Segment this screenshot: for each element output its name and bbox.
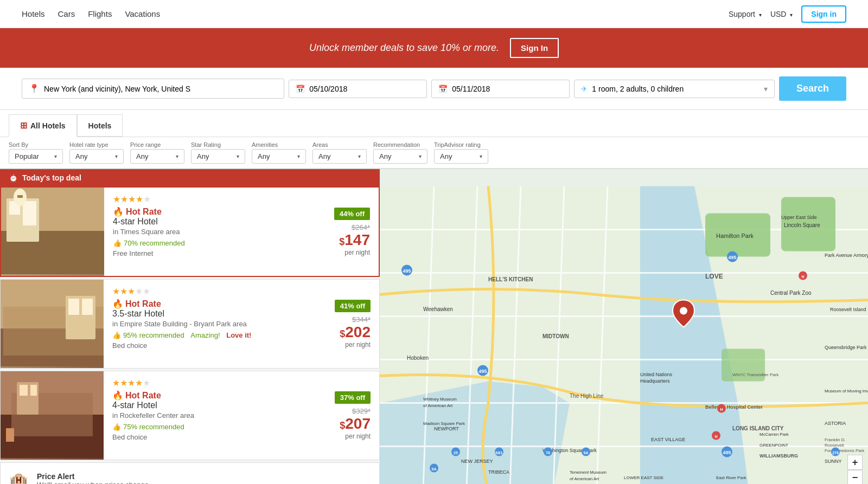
hotel-tabs: ⊞ All Hotels Hotels <box>0 110 868 137</box>
svg-point-101 <box>680 307 687 315</box>
svg-rect-18 <box>30 385 37 396</box>
svg-text:ASTORIA: ASTORIA <box>825 421 846 426</box>
svg-text:H: H <box>714 435 717 438</box>
svg-text:78: 78 <box>546 451 550 455</box>
hotel-category-3: 4-star Hotel <box>112 401 157 410</box>
sort-by-value: Popular <box>15 152 39 160</box>
svg-text:GREENPOINT: GREENPOINT <box>760 443 788 448</box>
check-out-input[interactable] <box>452 85 563 93</box>
nav-vacations[interactable]: Vacations <box>125 9 160 18</box>
clock-icon: ⏰ <box>9 173 18 182</box>
zoom-out-button[interactable]: − <box>847 470 863 484</box>
location-input[interactable] <box>44 85 277 93</box>
top-nav: Hotels Cars Flights Vacations Support ▾ … <box>0 0 868 28</box>
amenities-value: Any <box>258 152 270 160</box>
svg-text:LOVE: LOVE <box>705 273 723 280</box>
rooms-caret: ▾ <box>764 85 768 93</box>
current-price-2: $202 <box>340 324 371 341</box>
hotel-list: ⏰ Today's top deal ★★★★★ 🔥 Hot Rat <box>0 169 380 484</box>
price-alert: 🏨 Price Alert We'll email you when price… <box>0 462 380 484</box>
svg-text:495: 495 <box>403 268 411 274</box>
map-controls: + − <box>847 455 863 484</box>
filter-areas: Areas Any ▾ <box>312 141 367 164</box>
nav-links: Hotels Cars Flights Vacations <box>22 9 160 18</box>
svg-text:Tenement Museum: Tenement Museum <box>570 470 607 475</box>
hotel-card-3[interactable]: ★★★★★ 🔥 Hot Rate 4-star Hotel in Rockefe… <box>0 371 380 460</box>
svg-text:HELL'S KITCHEN: HELL'S KITCHEN <box>488 276 533 282</box>
star-rating-label: Star Rating <box>191 141 245 148</box>
tab-all-hotels[interactable]: ⊞ All Hotels <box>9 114 77 137</box>
svg-text:495: 495 <box>728 255 736 260</box>
svg-text:278: 278 <box>832 451 839 455</box>
svg-text:Roosevelt: Roosevelt <box>825 443 844 448</box>
support-link[interactable]: Support ▾ <box>729 10 762 18</box>
tab-hotels[interactable]: Hotels <box>77 114 123 137</box>
nav-cars[interactable]: Cars <box>58 9 75 18</box>
svg-text:East River Park: East River Park <box>716 475 747 480</box>
price-range-select[interactable]: Any ▾ <box>130 149 184 164</box>
svg-text:LONG ISLAND CITY: LONG ISLAND CITY <box>732 425 784 431</box>
original-price-3: $329* <box>352 407 371 415</box>
zoom-in-button[interactable]: + <box>847 455 863 470</box>
recommendation-caret: ▾ <box>419 153 422 159</box>
amenities-label: Amenities <box>252 141 306 148</box>
search-bar: 📍 📅 📅 ✈ ▾ Search <box>0 68 868 110</box>
filter-star-rating: Star Rating Any ▾ <box>191 141 245 164</box>
amenities-select[interactable]: Any ▾ <box>252 149 306 164</box>
svg-rect-4 <box>23 201 36 225</box>
tripadvisor-value: Any <box>440 152 452 160</box>
nav-sign-in-button[interactable]: Sign in <box>801 5 846 23</box>
svg-text:Lincoln Square: Lincoln Square <box>784 222 820 228</box>
nav-flights[interactable]: Flights <box>88 9 112 18</box>
hotel-amenity-2: Bed choice <box>112 341 300 350</box>
hotel-rate-caret: ▾ <box>115 153 118 159</box>
hotel-card-2[interactable]: ★★★★★ 🔥 Hot Rate 3.5-star Hotel in Empir… <box>0 279 380 369</box>
banner-sign-in-button[interactable]: Sign In <box>510 38 559 58</box>
sort-by-select[interactable]: Popular ▾ <box>9 149 63 164</box>
main-content: ⏰ Today's top deal ★★★★★ 🔥 Hot Rat <box>0 169 868 484</box>
hot-rate-label-3: Hot Rate <box>125 391 161 401</box>
location-icon: 📍 <box>29 83 40 94</box>
svg-rect-12 <box>82 299 93 315</box>
svg-text:25: 25 <box>454 451 458 455</box>
hotel-name-3: 🔥 Hot Rate 4-star Hotel <box>112 390 300 410</box>
currency-selector[interactable]: USD ▾ <box>770 10 793 18</box>
recommendation-select[interactable]: Any ▾ <box>373 149 427 164</box>
price-alert-icon: 🏨 <box>9 472 28 484</box>
top-deal-header: ⏰ Today's top deal <box>0 169 380 186</box>
hotel-amenity-3: Bed choice <box>112 433 300 441</box>
star-rating-value: Any <box>197 152 209 160</box>
sort-by-label: Sort By <box>9 141 63 148</box>
areas-select[interactable]: Any ▾ <box>312 149 367 164</box>
rooms-icon: ✈ <box>581 85 588 93</box>
hotel-card-1[interactable]: ★★★★★ 🔥 Hot Rate 4-star Hotel in Times S… <box>0 186 380 277</box>
rooms-input[interactable] <box>592 85 762 93</box>
check-in-input[interactable] <box>309 85 420 93</box>
price-range-label: Price range <box>130 141 184 148</box>
star-rating-select[interactable]: Any ▾ <box>191 149 245 164</box>
nav-right: Support ▾ USD ▾ Sign in <box>729 5 846 23</box>
current-price-3: $207 <box>340 415 371 433</box>
search-button[interactable]: Search <box>779 76 846 101</box>
nav-hotels[interactable]: Hotels <box>22 9 45 18</box>
hotel-name-1: 🔥 Hot Rate 4-star Hotel <box>113 206 299 227</box>
hotel-rate-select[interactable]: Any ▾ <box>69 149 124 164</box>
filter-sort-by: Sort By Popular ▾ <box>9 141 63 164</box>
filter-hotel-rate: Hotel rate type Any ▾ <box>69 141 124 164</box>
svg-text:Headquarters: Headquarters <box>640 378 670 384</box>
discount-badge-1: 44% off <box>334 208 370 220</box>
tripadvisor-select[interactable]: Any ▾ <box>434 149 488 164</box>
filter-price-range: Price range Any ▾ <box>130 141 184 164</box>
svg-text:EAST VILLAGE: EAST VILLAGE <box>651 437 685 442</box>
svg-text:495: 495 <box>478 369 487 374</box>
svg-text:H: H <box>720 408 723 411</box>
svg-text:681: 681 <box>495 450 503 455</box>
promo-text: Unlock member deals to save 10% or more. <box>309 42 499 54</box>
hot-rate-label-1: Hot Rate <box>126 207 162 217</box>
svg-rect-17 <box>20 385 28 396</box>
all-hotels-icon: ⊞ <box>20 120 27 131</box>
amenities-caret: ▾ <box>297 153 300 159</box>
areas-caret: ▾ <box>358 153 361 159</box>
areas-value: Any <box>318 152 330 160</box>
hotel-price-2: 41% off $344* $202 per night <box>309 280 379 368</box>
